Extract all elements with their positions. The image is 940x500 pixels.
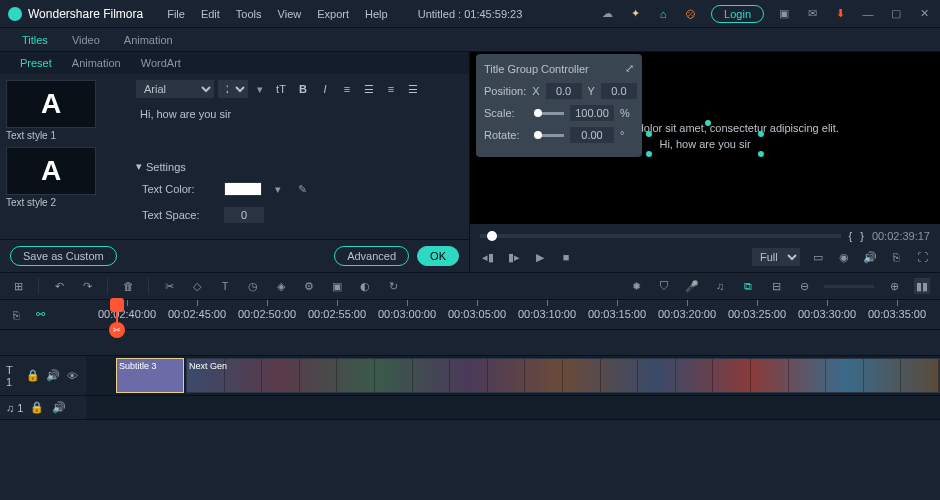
stop-button[interactable]: ■: [558, 249, 574, 265]
lock-icon[interactable]: 🔒: [29, 400, 45, 416]
copy-icon[interactable]: ⎘: [8, 307, 24, 323]
eyedropper-icon[interactable]: ✎: [294, 181, 310, 197]
ripple-icon[interactable]: ⊟: [768, 278, 784, 294]
fullscreen-icon[interactable]: ⛶: [914, 249, 930, 265]
mute-icon[interactable]: 🔊: [51, 400, 67, 416]
close-icon[interactable]: ✕: [916, 6, 932, 22]
bracket-close-icon[interactable]: }: [860, 230, 864, 242]
align-center-button[interactable]: ☰: [360, 80, 378, 98]
export-icon[interactable]: ⎘: [888, 249, 904, 265]
music-icon[interactable]: ♫: [712, 278, 728, 294]
bracket-open-icon[interactable]: {: [849, 230, 853, 242]
track-gear-icon[interactable]: ✹: [628, 278, 644, 294]
menu-help[interactable]: Help: [357, 8, 396, 20]
align-left-button[interactable]: ≡: [338, 80, 356, 98]
link-icon[interactable]: ⚯: [32, 307, 48, 323]
sparkle-icon[interactable]: ✦: [627, 6, 643, 22]
redo-icon[interactable]: ↷: [79, 278, 95, 294]
refresh-icon[interactable]: ↻: [385, 278, 401, 294]
shield-icon[interactable]: ⛉: [656, 278, 672, 294]
speed-icon[interactable]: ◷: [245, 278, 261, 294]
tab-video[interactable]: Video: [60, 34, 112, 46]
crop-icon[interactable]: ▣: [329, 278, 345, 294]
rotate-slider[interactable]: [534, 134, 564, 137]
zoom-slider[interactable]: [824, 285, 874, 288]
marker-icon[interactable]: ◇: [189, 278, 205, 294]
scale-input[interactable]: [570, 105, 614, 121]
zoom-in-icon[interactable]: ⊕: [886, 278, 902, 294]
save-icon[interactable]: ▣: [776, 6, 792, 22]
preset-item-2[interactable]: A Text style 2: [6, 147, 124, 210]
bold-button[interactable]: B: [294, 80, 312, 98]
play-button[interactable]: ▶: [532, 249, 548, 265]
y-input[interactable]: [601, 83, 637, 99]
selected-text[interactable]: Hi, how are you sir: [649, 134, 760, 154]
font-select[interactable]: Arial: [136, 80, 214, 98]
mic-icon[interactable]: 🎤: [684, 278, 700, 294]
color-icon[interactable]: ◐: [357, 278, 373, 294]
quality-select[interactable]: Full: [752, 248, 800, 266]
menu-edit[interactable]: Edit: [193, 8, 228, 20]
login-button[interactable]: Login: [711, 5, 764, 23]
video-clip[interactable]: Next Gen: [186, 358, 940, 393]
subtab-preset[interactable]: Preset: [10, 57, 62, 69]
track-body[interactable]: Subtitle 3 Next Gen: [86, 356, 940, 395]
text-space-input[interactable]: [224, 207, 264, 223]
tab-animation[interactable]: Animation: [112, 34, 185, 46]
split-icon[interactable]: ✂: [109, 322, 125, 338]
align-justify-button[interactable]: ☰: [404, 80, 422, 98]
rotate-input[interactable]: [570, 127, 614, 143]
settings-toggle[interactable]: ▾ Settings: [136, 160, 463, 173]
fit-icon[interactable]: ▮▮: [914, 278, 930, 294]
track-body[interactable]: [86, 396, 940, 419]
cloud-icon[interactable]: ☁: [599, 6, 615, 22]
menu-file[interactable]: File: [159, 8, 193, 20]
subtab-animation[interactable]: Animation: [62, 57, 131, 69]
title-group-controller[interactable]: Title Group Controller ⤢ Position: X Y S…: [476, 54, 642, 157]
snapshot-icon[interactable]: ◉: [836, 249, 852, 265]
add-track-icon[interactable]: ⊞: [10, 278, 26, 294]
tab-titles[interactable]: Titles: [10, 34, 60, 46]
delete-icon[interactable]: 🗑: [120, 278, 136, 294]
download-icon[interactable]: ⬇: [832, 6, 848, 22]
lock-icon[interactable]: 🔒: [26, 368, 40, 384]
next-frame-button[interactable]: ▮▸: [506, 249, 522, 265]
preview-scrubber[interactable]: [480, 234, 841, 238]
advanced-button[interactable]: Advanced: [334, 246, 409, 266]
tag-icon[interactable]: ◈: [273, 278, 289, 294]
text-input[interactable]: Hi, how are you sir: [136, 104, 463, 152]
align-right-button[interactable]: ≡: [382, 80, 400, 98]
mute-icon[interactable]: 🔊: [46, 368, 60, 384]
menu-export[interactable]: Export: [309, 8, 357, 20]
chevron-down-icon[interactable]: ▾: [252, 81, 268, 97]
headphones-icon[interactable]: ⌂: [655, 6, 671, 22]
eye-icon[interactable]: 👁: [66, 368, 80, 384]
cart-icon[interactable]: ⛒: [683, 6, 699, 22]
maximize-icon[interactable]: ▢: [888, 6, 904, 22]
display-icon[interactable]: ▭: [810, 249, 826, 265]
prev-frame-button[interactable]: ◂▮: [480, 249, 496, 265]
volume-icon[interactable]: 🔊: [862, 249, 878, 265]
x-input[interactable]: [546, 83, 582, 99]
minimize-icon[interactable]: —: [860, 6, 876, 22]
chevron-down-icon[interactable]: ▾: [270, 181, 286, 197]
color-swatch[interactable]: [224, 182, 262, 196]
undo-icon[interactable]: ↶: [51, 278, 67, 294]
subtitle-clip[interactable]: Subtitle 3: [116, 358, 184, 393]
italic-button[interactable]: I: [316, 80, 334, 98]
adjust-icon[interactable]: ⚙: [301, 278, 317, 294]
zoom-out-icon[interactable]: ⊖: [796, 278, 812, 294]
case-button[interactable]: tT: [272, 80, 290, 98]
message-icon[interactable]: ✉: [804, 6, 820, 22]
scale-slider[interactable]: [534, 112, 564, 115]
size-select[interactable]: 24: [218, 80, 248, 98]
cut-icon[interactable]: ✂: [161, 278, 177, 294]
preset-item-1[interactable]: A Text style 1: [6, 80, 124, 143]
text-icon[interactable]: T: [217, 278, 233, 294]
ok-button[interactable]: OK: [417, 246, 459, 266]
resize-icon[interactable]: ⤢: [625, 62, 634, 75]
magnet-icon[interactable]: ⧉: [740, 278, 756, 294]
ruler[interactable]: ✂ 00:02:40:0000:02:45:0000:02:50:0000:02…: [86, 300, 940, 329]
playhead[interactable]: ✂: [116, 300, 118, 329]
save-custom-button[interactable]: Save as Custom: [10, 246, 117, 266]
